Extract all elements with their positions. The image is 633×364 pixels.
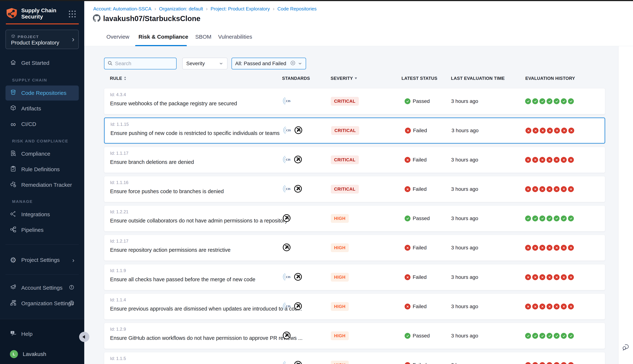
status-label: Failed: [413, 157, 426, 163]
breadcrumb-organization[interactable]: Organization: default: [159, 6, 203, 12]
table-row[interactable]: Id: 1.2.17 Ensure repository action perm…: [104, 235, 605, 261]
search-input[interactable]: [115, 60, 170, 66]
severity-badge: HIGH: [331, 361, 349, 364]
sidebar-item-integrations[interactable]: Integrations: [6, 207, 79, 222]
status-cell: Failed: [404, 186, 426, 192]
artifact-cube-icon: [10, 105, 16, 112]
chevron-down-icon: [219, 61, 224, 66]
breadcrumb-account[interactable]: Account: Automation-SSCA: [93, 6, 152, 12]
standards-cell: [282, 235, 291, 260]
sidebar-item-code-repositories[interactable]: </> Code Repositories: [6, 86, 79, 100]
supply-chain-shield-logo-icon: [6, 8, 18, 20]
sidebar-item-cicd[interactable]: ∞ CI/CD: [6, 117, 79, 132]
tab-risk-compliance[interactable]: Risk & Compliance: [138, 34, 188, 40]
rule-id: Id: 1.2.9: [110, 327, 126, 332]
sidebar-item-project-settings[interactable]: ⚙ Project Settings ›: [6, 252, 79, 268]
tab-vulnerabilities[interactable]: Vulnerabilities: [218, 34, 252, 40]
history-pass-icon: [532, 333, 538, 339]
column-header-severity[interactable]: SEVERITY: [330, 76, 357, 81]
sidebar-item-label: Code Repositories: [21, 90, 66, 96]
tab-overview[interactable]: Overview: [106, 34, 129, 40]
table-row[interactable]: Id: 1.2.9 Ensure GitHub action workflows…: [104, 323, 605, 349]
risk-compliance-content: Severity All: Passed and Failed: [84, 46, 618, 364]
severity-filter-dropdown[interactable]: Severity: [182, 58, 228, 70]
info-icon[interactable]: [69, 284, 74, 291]
sidebar-item-label: Organization Settings: [21, 300, 74, 306]
status-label: Passed: [413, 216, 430, 221]
standards-cell: CIS: [282, 118, 303, 143]
table-row[interactable]: Id: 1.1.15 Ensure pushing of new code is…: [104, 118, 605, 144]
status-filter-dropdown[interactable]: All: Passed and Failed: [232, 58, 306, 70]
home-icon: [10, 59, 16, 67]
history-cell: [525, 245, 574, 251]
project-name: Product Exploratory: [11, 40, 59, 46]
rule-id: Id: 1.1.17: [110, 151, 128, 156]
table-row[interactable]: Id: 4.3.4 Ensure webhooks of the package…: [104, 88, 605, 114]
status-cell: Passed: [404, 98, 430, 104]
history-fail-icon: [525, 245, 531, 251]
info-icon[interactable]: [69, 300, 74, 307]
sidebar-item-account-settings[interactable]: Account Settings: [6, 280, 79, 295]
history-fail-icon: [546, 245, 552, 251]
history-pass-icon: [568, 333, 574, 339]
svg-text:CIS: CIS: [286, 276, 290, 278]
severity-badge: CRITICAL: [331, 126, 359, 135]
column-header-latest-status[interactable]: LATEST STATUS: [402, 76, 438, 81]
status-label: Failed: [413, 245, 426, 251]
sidebar-item-label: Compliance: [21, 151, 50, 157]
cube-icon: [11, 34, 16, 39]
column-header-evaluation-history[interactable]: EVALUATION HISTORY: [525, 76, 575, 81]
owasp-standard-icon: [294, 360, 302, 364]
rule-name: Ensure repository action permissions are…: [110, 247, 230, 253]
owasp-standard-icon: [294, 155, 302, 164]
status-icon: [404, 274, 410, 280]
history-fail-icon: [554, 186, 560, 192]
sidebar-item-help[interactable]: ? Help: [6, 326, 79, 342]
table-row[interactable]: Id: 1.1.9 Ensure all checks have passed …: [104, 264, 605, 290]
sidebar-item-pipelines[interactable]: Pipelines: [6, 222, 79, 238]
app-switcher-grid-icon[interactable]: [69, 10, 76, 18]
column-header-last-evaluation-time[interactable]: LAST EVALUATION TIME: [451, 76, 505, 81]
history-fail-icon: [568, 245, 574, 251]
user-menu[interactable]: L Lavakush: [6, 346, 79, 362]
rule-id: Id: 1.1.5: [110, 356, 126, 361]
sort-icon: [124, 76, 126, 80]
column-header-rule[interactable]: RULE: [110, 76, 126, 81]
sidebar-item-compliance[interactable]: Compliance: [6, 146, 79, 161]
support-chat-icon[interactable]: [622, 343, 630, 352]
evaluation-time: 3 hours ago: [451, 157, 478, 163]
project-selector[interactable]: PROJECT Product Exploratory ›: [6, 30, 79, 49]
table-row[interactable]: Id: 1.1.17 Ensure branch deletions are d…: [104, 147, 605, 173]
history-fail-icon: [568, 362, 574, 364]
sidebar-footer: ? Help L Lavakush: [0, 319, 84, 364]
github-icon: [93, 14, 100, 23]
table-row[interactable]: Id: 1.1.16 Ensure force pushes code to b…: [104, 176, 605, 202]
sidebar-item-remediation-tracker[interactable]: Remediation Tracker: [6, 178, 79, 192]
column-header-standards[interactable]: STANDARDS: [282, 76, 310, 81]
table-row[interactable]: Id: 1.1.5 CIS HIGH Failed 3 hours ago: [104, 352, 605, 364]
sidebar-item-artifacts[interactable]: Artifacts: [6, 101, 79, 116]
breadcrumb-project[interactable]: Project: Product Exploratory: [211, 6, 270, 12]
severity-badge: HIGH: [331, 243, 349, 252]
history-pass-icon: [532, 216, 538, 221]
table-row[interactable]: Id: 1.1.4 Ensure previous approvals are …: [104, 294, 605, 320]
history-fail-icon: [525, 157, 531, 163]
sidebar-collapse-handle[interactable]: [79, 332, 90, 342]
sidebar-item-organization-settings[interactable]: Organization Settings: [6, 296, 79, 311]
breadcrumb-code-repositories[interactable]: Code Repositories: [278, 6, 317, 12]
history-pass-icon: [568, 98, 574, 104]
sidebar-item-rule-definitions[interactable]: Rule Definitions: [6, 162, 79, 177]
history-cell: [525, 157, 574, 163]
history-fail-icon: [540, 304, 545, 310]
history-pass-icon: [568, 216, 574, 221]
clear-filter-icon[interactable]: [290, 60, 296, 67]
search-box: [104, 58, 176, 70]
history-pass-icon: [554, 98, 560, 104]
table-row[interactable]: Id: 1.2.21 Ensure outside collaborators …: [104, 206, 605, 232]
history-cell: [525, 362, 574, 364]
sidebar-item-get-started[interactable]: Get Started: [6, 56, 79, 70]
history-fail-icon: [546, 304, 552, 310]
severity-badge: CRITICAL: [331, 97, 359, 106]
status-cell: Passed: [404, 216, 430, 221]
tab-sbom[interactable]: SBOM: [195, 34, 211, 40]
